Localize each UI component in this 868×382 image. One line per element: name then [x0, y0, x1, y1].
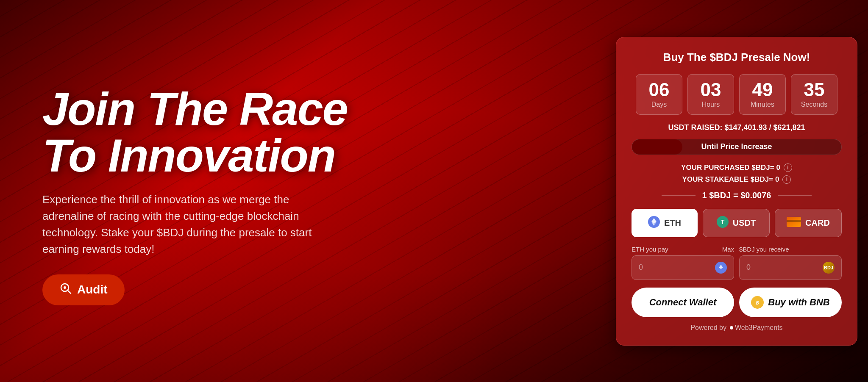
- eth-max-label: Max: [722, 246, 734, 253]
- bdj-input-group: $BDJ you receive BDJ: [739, 246, 842, 280]
- buy-bnb-button[interactable]: B Buy with BNB: [739, 288, 842, 317]
- stakeable-info-icon[interactable]: i: [782, 175, 791, 184]
- usdt-raised: USDT RAISED: $147,401.93 / $621,821: [632, 123, 842, 132]
- eth-input-field[interactable]: [632, 255, 734, 280]
- bdj-input-label: $BDJ you receive: [739, 246, 789, 253]
- payment-options: ETH T USDT: [632, 209, 842, 237]
- card-title: Buy The $BDJ Presale Now!: [632, 51, 842, 64]
- seconds-value: 35: [800, 80, 829, 99]
- connect-wallet-button[interactable]: Connect Wallet: [632, 288, 734, 317]
- usdt-icon: T: [717, 216, 729, 230]
- input-row: ETH you pay Max: [632, 246, 842, 280]
- minutes-label: Minutes: [748, 101, 777, 108]
- audit-icon: [59, 282, 72, 298]
- w3-dot: [730, 326, 733, 329]
- progress-bar: Until Price Increase: [632, 139, 842, 155]
- usdt-payment-button[interactable]: T USDT: [703, 209, 770, 237]
- svg-text:T: T: [721, 219, 724, 225]
- powered-by: Powered by Web3Payments: [632, 324, 842, 332]
- card-payment-button[interactable]: CARD: [775, 209, 842, 237]
- countdown-minutes: 49 Minutes: [739, 74, 786, 115]
- eth-input-label: ETH you pay: [632, 246, 668, 253]
- seconds-label: Seconds: [800, 101, 829, 108]
- action-row: Connect Wallet B Buy with BNB: [632, 288, 842, 317]
- days-label: Days: [645, 101, 673, 108]
- web3payments-logo: Web3Payments: [730, 324, 783, 332]
- countdown-seconds: 35 Seconds: [791, 74, 837, 115]
- purchased-stat: YOUR PURCHASED $BDJ= 0 i: [681, 163, 792, 172]
- bdj-input-icon: BDJ: [823, 262, 835, 274]
- audit-button[interactable]: Audit: [42, 274, 125, 305]
- stats-row: YOUR PURCHASED $BDJ= 0 i YOUR STAKEABLE …: [632, 163, 842, 184]
- countdown-hours: 03 Hours: [687, 74, 734, 115]
- bdj-label-row: $BDJ you receive: [739, 246, 842, 253]
- days-value: 06: [645, 80, 673, 99]
- eth-input-icon: [715, 262, 727, 274]
- presale-card: Buy The $BDJ Presale Now! 06 Days 03 Hou…: [616, 37, 857, 346]
- progress-label: Until Price Increase: [632, 139, 841, 155]
- main-content: Join The Race To Innovation Experience t…: [0, 0, 868, 382]
- bnb-icon: B: [751, 296, 764, 309]
- svg-line-1: [68, 291, 71, 293]
- right-panel: Buy The $BDJ Presale Now! 06 Days 03 Hou…: [605, 0, 868, 382]
- purchased-info-icon[interactable]: i: [784, 163, 792, 172]
- bdj-input-field[interactable]: BDJ: [739, 255, 842, 280]
- svg-point-2: [64, 286, 66, 289]
- eth-input-group: ETH you pay Max: [632, 246, 734, 280]
- subtitle: Experience the thrill of innovation as w…: [42, 191, 339, 257]
- countdown-days: 06 Days: [636, 74, 682, 115]
- eth-icon: [648, 216, 660, 230]
- main-title: Join The Race To Innovation: [42, 86, 571, 179]
- eth-input[interactable]: [639, 263, 701, 272]
- hours-value: 03: [696, 80, 725, 99]
- hours-label: Hours: [696, 101, 725, 108]
- bdj-input[interactable]: [746, 263, 808, 272]
- svg-text:B: B: [756, 301, 759, 305]
- stakeable-stat: YOUR STAKEABLE $BDJ= 0 i: [682, 175, 791, 184]
- svg-rect-7: [787, 220, 801, 222]
- left-panel: Join The Race To Innovation Experience t…: [0, 0, 605, 382]
- eth-label-row: ETH you pay Max: [632, 246, 734, 253]
- minutes-value: 49: [748, 80, 777, 99]
- countdown: 06 Days 03 Hours 49 Minutes 35 Seconds: [632, 74, 842, 115]
- card-icon: [787, 217, 801, 229]
- price-row: 1 $BDJ = $0.0076: [632, 191, 842, 200]
- eth-payment-button[interactable]: ETH: [632, 209, 698, 237]
